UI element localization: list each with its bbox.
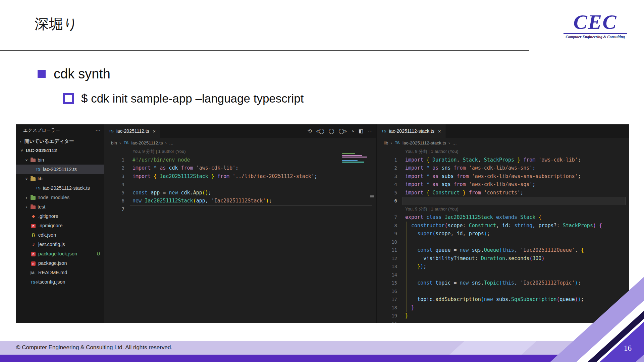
token: string — [514, 223, 532, 229]
token: : — [508, 223, 514, 229]
chevron-right-icon: › — [24, 195, 29, 200]
git-status-badge: U — [97, 251, 104, 256]
code-text: import * as subs from 'aws-cdk-lib/aws-s… — [405, 172, 581, 181]
tree-folder-bin[interactable]: ˅bin — [16, 155, 104, 165]
tree-file-iac-20251112-stack-ts[interactable]: TSiac-20251112-stack.ts — [16, 183, 104, 193]
page-title: 深堀り — [35, 15, 78, 34]
tree-folder-node-modules[interactable]: ›node_modules — [16, 193, 104, 202]
tree-folder-test[interactable]: ›test — [16, 202, 104, 212]
code-line: 1#!/usr/bin/env node — [104, 156, 376, 164]
tree-file--npmignore[interactable]: n.npmignore — [16, 221, 104, 230]
code-editor-1[interactable]: You, 9 分前 | 1 author (You)1#!/usr/bin/en… — [104, 147, 376, 323]
line-number: 19 — [377, 312, 397, 320]
tree-file-package-lock-json[interactable]: npackage-lock.jsonU — [16, 249, 104, 258]
ts-file-icon: TS — [381, 129, 387, 133]
ts-file-icon: TS — [123, 141, 129, 145]
token: Construct — [469, 223, 496, 229]
item-label: iac-20251112-stack.ts — [43, 185, 90, 191]
token: app — [196, 198, 205, 204]
more-actions-icon[interactable]: ⋯ — [368, 128, 372, 134]
token: 'Iac20251112Queue' — [520, 247, 575, 253]
token: as — [432, 173, 441, 179]
token: const — [417, 280, 435, 286]
token: ; — [423, 263, 426, 269]
scrollbar-thumb[interactable] — [370, 195, 374, 197]
explorer-more-actions-icon[interactable]: ⋯ — [95, 127, 101, 134]
token: * — [154, 165, 160, 171]
code-text: } — [405, 312, 408, 320]
breadcrumb[interactable]: bin›TSiac-20251112.ts›… — [104, 138, 376, 147]
minimap[interactable] — [342, 153, 368, 165]
gitlens-blame-icon[interactable]: ◔ — [351, 128, 354, 134]
token: props — [538, 223, 553, 229]
breadcrumb-item[interactable]: iac-20251112.ts — [131, 140, 163, 145]
code-line: 7export class Iac20251112Stack extends S… — [377, 213, 629, 222]
ts-file-icon: TS — [108, 129, 114, 133]
tree-file-tsconfig-json[interactable]: TS⚙tsconfig.json — [16, 277, 104, 287]
breadcrumb-separator: › — [391, 140, 392, 145]
token: { — [426, 190, 432, 196]
token: ; — [208, 190, 211, 196]
tree-file-cdk-json[interactable]: {}cdk.json — [16, 230, 104, 240]
prev-change-icon[interactable]: «◯ — [316, 128, 324, 134]
tab-iac-20251112-ts[interactable]: TS iac-20251112.ts × — [104, 124, 160, 138]
token: props — [469, 231, 484, 237]
token: Iac20251112Stack — [145, 198, 193, 204]
token: queue — [560, 296, 575, 302]
root-folder-label: IAC-20251112 — [26, 148, 57, 153]
code-text: import * as sns from 'aws-cdk-lib/aws-sn… — [405, 164, 535, 172]
token: ( — [432, 231, 435, 237]
token: ; — [578, 173, 581, 179]
history-icon[interactable]: ⟲ — [308, 128, 312, 134]
line-number: 2 — [104, 164, 124, 172]
editor-pane-1[interactable]: TS iac-20251112.ts × ⟲«◯◯◯»◔◧⋯ bin›TSiac… — [104, 124, 376, 323]
split-editor-icon[interactable]: ◧ — [359, 128, 363, 134]
scrollbar[interactable] — [369, 138, 376, 323]
tree-file-iac-20251112-ts[interactable]: TSiac-20251112.ts — [16, 165, 104, 174]
line-number: 5 — [104, 189, 124, 197]
code-line: 5import { Construct } from 'constructs'; — [377, 189, 629, 197]
open-editors-label: 開いているエディター — [24, 138, 74, 144]
breadcrumb-item[interactable]: … — [452, 140, 457, 145]
token: this — [502, 247, 514, 253]
token: . — [432, 296, 435, 302]
footer-copyright: © Computer Engineering & Consulting Ltd.… — [16, 344, 172, 351]
tree-file-jest-config-js[interactable]: Jjest.config.js — [16, 240, 104, 249]
tree-file-readme-md[interactable]: M↓README.md — [16, 268, 104, 277]
breadcrumb-item[interactable]: … — [169, 140, 174, 145]
editor-pane-2[interactable]: TS iac-20251112-stack.ts × lib›TSiac-202… — [377, 124, 629, 323]
close-icon[interactable]: × — [153, 128, 156, 134]
tab-iac-20251112-stack-ts[interactable]: TS iac-20251112-stack.ts × — [377, 124, 445, 138]
tree-file--gitignore[interactable]: ◆.gitignore — [16, 212, 104, 221]
code-line: 15 const topic = new sns.Topic(this, 'Ia… — [377, 279, 629, 287]
root-folder-row[interactable]: ˅IAC-20251112 — [16, 146, 104, 155]
token: ) — [484, 231, 487, 237]
slide: 深堀り CEC Computer Engineering & Consultin… — [0, 0, 644, 362]
close-icon[interactable]: × — [438, 128, 441, 134]
breadcrumb-item[interactable]: bin — [111, 140, 117, 145]
token: . — [481, 247, 484, 253]
tree-folder-lib[interactable]: ˅lib — [16, 174, 104, 183]
line-number: 16 — [377, 287, 397, 296]
open-changes-icon[interactable]: ◯ — [329, 128, 334, 134]
code-text: constructor(scope: Construct, id: string… — [405, 222, 602, 230]
token: Iac20251112Stack — [444, 214, 496, 220]
explorer-title: エクスプローラー — [23, 127, 60, 133]
breadcrumb[interactable]: lib›TSiac-20251112-stack.ts›… — [377, 138, 629, 147]
breadcrumb-item[interactable]: lib — [384, 140, 388, 145]
token: ; — [532, 165, 535, 171]
code-line: 17 topic.addSubscription(new subs.SqsSub… — [377, 295, 629, 304]
markdown-icon: M↓ — [31, 270, 36, 275]
token: Stack — [463, 157, 478, 163]
code-editor-2[interactable]: You, 9 分前 | 1 author (You)1import { Dura… — [377, 147, 629, 323]
breadcrumb-separator: › — [119, 140, 121, 145]
token: '../lib/iac-20251112-stack' — [232, 173, 314, 179]
open-editors-row[interactable]: ›開いているエディター — [16, 136, 104, 146]
token: Queue — [484, 247, 499, 253]
breadcrumb-item[interactable]: iac-20251112-stack.ts — [402, 140, 446, 145]
item-label: README.md — [38, 270, 67, 275]
code-line: 16 — [377, 287, 629, 296]
tree-file-package-json[interactable]: npackage.json — [16, 258, 104, 268]
tab-label: iac-20251112.ts — [116, 128, 149, 134]
next-change-icon[interactable]: ◯» — [339, 128, 346, 134]
